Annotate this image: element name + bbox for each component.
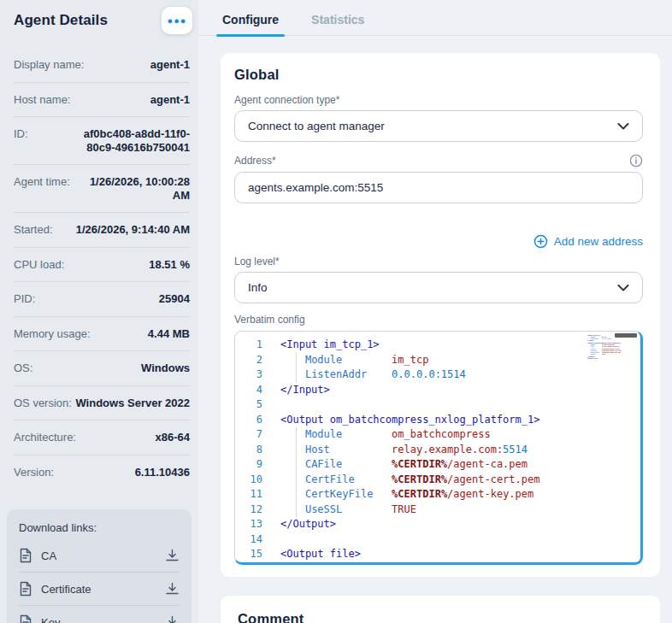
agent-property-row: Version: 6.11.10436 — [14, 455, 190, 490]
property-label: Started: — [14, 223, 53, 236]
log-level-value: Info — [248, 281, 268, 294]
property-value: 1/26/2026, 9:14:40 AM — [76, 223, 190, 237]
property-label: Version: — [14, 466, 54, 479]
code-line: 1<Input im_tcp_1> — [235, 338, 640, 353]
comment-section-card: Comment — [221, 596, 660, 623]
code-line: 13</Output> — [235, 517, 640, 532]
address-value: agents.example.com:5515 — [248, 181, 383, 194]
agent-property-row: CPU load: 18.51 % — [14, 247, 190, 282]
tab-configure[interactable]: Configure — [221, 10, 280, 35]
file-icon — [19, 548, 32, 563]
code-line: 15<Output file> — [235, 547, 640, 562]
file-icon — [19, 614, 32, 623]
property-value: agent-1 — [150, 93, 190, 107]
plus-circle-icon — [533, 234, 548, 249]
property-value: af0bc408-a8dd-11f0-80c9-49616b750041 — [63, 127, 190, 154]
agent-property-row: PID: 25904 — [14, 281, 190, 316]
add-new-address-label: Add new address — [554, 235, 643, 248]
property-value: x86-64 — [156, 431, 190, 444]
download-link-label: Key — [41, 616, 60, 623]
property-label: Display name: — [14, 58, 84, 71]
code-line: 15<Output file> — [587, 357, 625, 359]
agent-property-row: Host name: agent-1 — [14, 82, 190, 117]
property-label: ID: — [14, 127, 28, 140]
chevron-down-icon — [617, 123, 629, 130]
connection-type-select[interactable]: Connect to agent manager — [234, 110, 643, 142]
log-level-label: Log level* — [234, 256, 643, 267]
verbatim-config-editor[interactable]: 1<Input im_tcp_1>2 Module im_tcp3 Listen… — [234, 331, 643, 565]
chevron-down-icon — [617, 285, 629, 291]
property-label: CPU load: — [14, 258, 64, 271]
editor-minimap: 1<Input im_tcp_1>2 Module im_tcp3 Listen… — [587, 334, 625, 408]
agent-details-header: Agent Details ●●● — [0, 0, 198, 34]
tab-bar: ConfigureStatistics — [198, 0, 672, 36]
code-line: 14 — [235, 532, 640, 548]
agent-property-row: Agent time: 1/26/2026, 10:00:28 AM — [14, 164, 190, 212]
property-value: 4.44 MB — [148, 327, 190, 341]
download-link-row[interactable]: CA — [19, 539, 180, 572]
comment-section-title: Comment — [238, 611, 643, 623]
configure-panel: ConfigureStatistics Global Agent connect… — [198, 0, 672, 623]
property-label: Architecture: — [14, 431, 76, 444]
ellipsis-icon: ●●● — [168, 15, 187, 26]
global-section-card: Global Agent connection type* Connect to… — [221, 53, 660, 577]
property-value: 1/26/2026, 10:00:28 AM — [70, 175, 190, 202]
download-links-title: Download links: — [19, 518, 180, 539]
property-value: agent-1 — [150, 58, 190, 72]
property-label: PID: — [14, 292, 35, 305]
download-link-row[interactable]: Key — [19, 605, 180, 623]
indent-guide — [296, 353, 297, 383]
verbatim-config-label: Verbatim config — [234, 314, 643, 326]
download-link-label: Certificate — [41, 583, 91, 596]
agent-property-row: OS version: Windows Server 2022 — [14, 385, 190, 420]
property-label: OS: — [14, 361, 32, 374]
agent-property-row: OS: Windows — [14, 350, 190, 385]
connection-type-value: Connect to agent manager — [248, 120, 385, 132]
download-links-list: CA Certificate Key — [19, 539, 180, 623]
code-line: 6<Output om_batchcompress_nxlog_platform… — [235, 413, 640, 428]
property-value: 6.11.10436 — [135, 466, 190, 479]
property-value: 25904 — [159, 292, 190, 306]
property-value: 18.51 % — [149, 258, 190, 272]
agent-property-row: Display name: agent-1 — [14, 48, 190, 82]
connection-type-label: Agent connection type* — [234, 94, 643, 106]
property-value: Windows Server 2022 — [75, 397, 190, 410]
property-label: Memory usage: — [14, 327, 91, 340]
agent-details-panel: Agent Details ●●● Display name: agent-1 … — [0, 0, 198, 623]
agent-property-row: ID: af0bc408-a8dd-11f0-80c9-49616b750041 — [14, 116, 190, 164]
editor-scrollbar-thumb[interactable] — [615, 333, 637, 338]
download-links-card: Download links: CA Certificate — [7, 509, 192, 623]
agent-properties: Display name: agent-1 Host name: agent-1… — [14, 48, 190, 489]
address-input[interactable]: agents.example.com:5515 — [234, 172, 643, 203]
download-link-label: CA — [41, 550, 56, 562]
add-new-address-button[interactable]: Add new address — [533, 234, 643, 249]
minimap-content: 1<Input im_tcp_1>2 Module im_tcp3 Listen… — [587, 334, 625, 360]
info-icon[interactable] — [629, 154, 643, 168]
download-icon — [165, 582, 180, 596]
agent-property-row: Started: 1/26/2026, 9:14:40 AM — [14, 212, 190, 247]
code-line: 4</Input> — [235, 383, 640, 398]
address-label: Address* — [234, 155, 276, 167]
download-button[interactable] — [165, 582, 180, 596]
indent-guide — [296, 427, 297, 517]
agent-property-row: Architecture: x86-64 — [14, 420, 190, 455]
panel-title: Agent Details — [14, 7, 108, 29]
tab-statistics[interactable]: Statistics — [309, 10, 366, 35]
property-label: Agent time: — [14, 175, 70, 188]
ellipsis-menu-button[interactable]: ●●● — [162, 7, 192, 34]
log-level-select[interactable]: Info — [234, 272, 643, 303]
property-label: Host name: — [14, 93, 70, 106]
download-link-row[interactable]: Certificate — [19, 572, 180, 605]
property-label: OS version: — [14, 397, 72, 409]
download-icon — [165, 549, 180, 562]
code-line: 5 — [235, 397, 640, 413]
download-icon — [165, 615, 180, 623]
download-button[interactable] — [165, 615, 180, 623]
file-icon — [19, 581, 32, 597]
download-button[interactable] — [165, 549, 180, 562]
agent-property-row: Memory usage: 4.44 MB — [14, 316, 190, 351]
global-section-title: Global — [234, 67, 643, 83]
property-value: Windows — [141, 361, 190, 375]
